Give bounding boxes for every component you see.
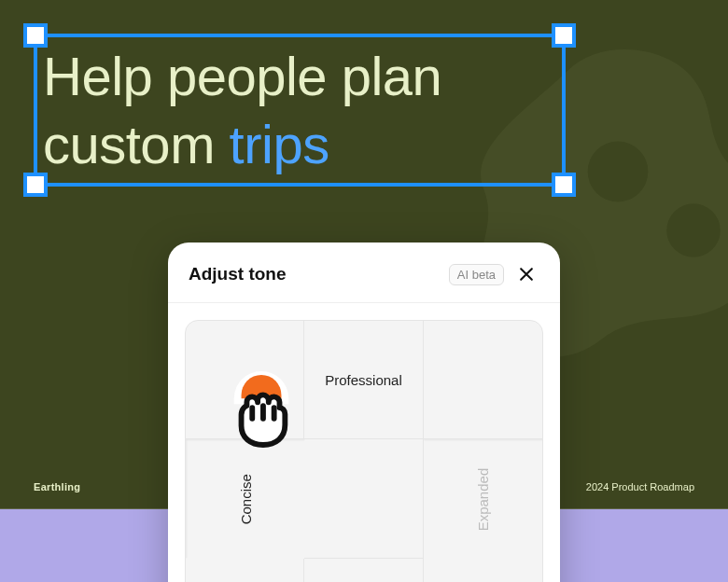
grid-cell-center[interactable] (304, 439, 423, 558)
adjust-tone-panel: Adjust tone AI beta Professional Concise… (168, 242, 560, 582)
tone-grid[interactable]: Professional Concise Expanded (185, 320, 543, 582)
grid-cell[interactable] (186, 559, 304, 582)
headline-line2-prefix: custom (43, 114, 230, 174)
panel-header: Adjust tone AI beta (168, 242, 560, 302)
close-button[interactable] (513, 261, 539, 287)
tone-label-top[interactable]: Professional (304, 321, 423, 439)
grid-cell[interactable] (186, 321, 304, 439)
headline-line1: Help people plan (43, 46, 441, 106)
footer-right-text: 2024 Product Roadmap (586, 481, 694, 492)
panel-title: Adjust tone (189, 264, 440, 284)
grid-cell[interactable] (424, 321, 542, 439)
tone-label-left[interactable]: Concise (186, 439, 304, 558)
svg-point-1 (666, 203, 721, 257)
headline-accent: trips (230, 114, 329, 174)
headline-text[interactable]: Help people plan custom trips (43, 43, 441, 178)
ai-beta-badge: AI beta (449, 264, 504, 285)
resize-handle-br[interactable] (552, 173, 576, 197)
close-icon (517, 265, 536, 284)
tone-label-right[interactable]: Expanded (424, 439, 542, 558)
grid-cell[interactable] (304, 559, 423, 582)
svg-point-0 (588, 142, 649, 202)
grid-cell[interactable] (424, 559, 542, 582)
footer-brand: Earthling (34, 481, 80, 492)
resize-handle-tr[interactable] (552, 23, 576, 48)
